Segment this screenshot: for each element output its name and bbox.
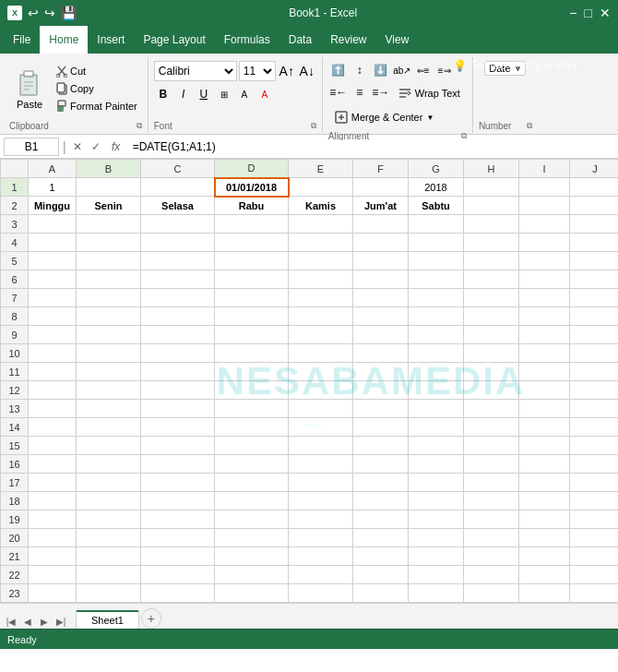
cell-B6[interactable] — [77, 270, 141, 289]
cell-I10[interactable] — [519, 344, 570, 363]
tab-nav-next[interactable]: ▶ — [37, 614, 52, 629]
cell-J22[interactable] — [570, 566, 619, 584]
cell-G16[interactable] — [409, 455, 464, 474]
cell-I23[interactable] — [519, 584, 570, 603]
align-bottom-btn[interactable]: ⬇️ — [371, 61, 391, 79]
cell-I4[interactable] — [519, 234, 570, 252]
cell-F5[interactable] — [353, 252, 409, 270]
cell-B9[interactable] — [77, 326, 141, 344]
cell-F6[interactable] — [353, 270, 409, 289]
cell-D8[interactable] — [215, 307, 289, 326]
formula-cancel-btn[interactable]: ✕ — [70, 140, 85, 153]
cell-J18[interactable] — [570, 492, 619, 510]
formula-input[interactable] — [129, 140, 614, 153]
cell-C2[interactable]: Selasa — [141, 197, 215, 215]
cell-D3[interactable] — [215, 215, 289, 234]
cell-C16[interactable] — [141, 455, 215, 474]
col-header-D[interactable]: D — [215, 160, 289, 178]
cell-I11[interactable] — [519, 363, 570, 381]
menu-file[interactable]: File — [4, 26, 40, 54]
cell-F18[interactable] — [353, 492, 409, 510]
menu-home[interactable]: Home — [40, 26, 88, 54]
cell-C11[interactable] — [141, 363, 215, 381]
cell-J15[interactable] — [570, 437, 619, 455]
cell-J20[interactable] — [570, 529, 619, 547]
col-header-F[interactable]: F — [353, 160, 409, 178]
cell-B7[interactable] — [77, 289, 141, 307]
cell-G8[interactable] — [409, 307, 464, 326]
row-header-19[interactable]: 19 — [1, 510, 29, 529]
cell-G9[interactable] — [409, 326, 464, 344]
cell-F10[interactable] — [353, 344, 409, 363]
align-middle-btn[interactable]: ↕ — [350, 61, 370, 79]
cell-ref-input[interactable] — [4, 138, 59, 156]
wrap-text-button[interactable]: Wrap Text — [392, 83, 467, 103]
cell-A11[interactable] — [29, 363, 77, 381]
cell-I12[interactable] — [519, 381, 570, 400]
cell-D20[interactable] — [215, 529, 289, 547]
cell-H1[interactable] — [464, 178, 519, 197]
cell-E17[interactable] — [289, 474, 353, 492]
cell-A20[interactable] — [29, 529, 77, 547]
cell-G13[interactable] — [409, 400, 464, 418]
align-top-btn[interactable]: ⬆️ — [328, 61, 349, 79]
cell-A14[interactable] — [29, 418, 77, 437]
cell-C6[interactable] — [141, 270, 215, 289]
cell-B2[interactable]: Senin — [77, 197, 141, 215]
row-header-5[interactable]: 5 — [1, 252, 29, 270]
cell-I7[interactable] — [519, 289, 570, 307]
cell-B5[interactable] — [77, 252, 141, 270]
menu-view[interactable]: View — [376, 26, 419, 54]
cell-A3[interactable] — [29, 215, 77, 234]
cell-C13[interactable] — [141, 400, 215, 418]
cell-A8[interactable] — [29, 307, 77, 326]
cell-J17[interactable] — [570, 474, 619, 492]
menu-formulas[interactable]: Formulas — [215, 26, 279, 54]
tell-me-input[interactable] — [470, 59, 609, 72]
cut-button[interactable]: Cut — [52, 63, 142, 79]
cell-E15[interactable] — [289, 437, 353, 455]
cell-G10[interactable] — [409, 344, 464, 363]
cell-I5[interactable] — [519, 252, 570, 270]
row-header-11[interactable]: 11 — [1, 363, 29, 381]
cell-G1[interactable]: 2018 — [409, 178, 464, 197]
cell-B20[interactable] — [77, 529, 141, 547]
cell-H13[interactable] — [464, 400, 519, 418]
row-header-15[interactable]: 15 — [1, 437, 29, 455]
cell-G17[interactable] — [409, 474, 464, 492]
clipboard-expand[interactable]: ⧉ — [137, 121, 142, 131]
cell-A1[interactable]: 1 — [29, 178, 77, 197]
cell-F19[interactable] — [353, 510, 409, 529]
col-header-I[interactable]: I — [519, 160, 570, 178]
row-header-20[interactable]: 20 — [1, 529, 29, 547]
text-angle-btn[interactable]: ab↗ — [392, 61, 412, 79]
decrease-font-btn[interactable]: A↓ — [298, 62, 316, 80]
row-header-12[interactable]: 12 — [1, 381, 29, 400]
cell-D9[interactable] — [215, 326, 289, 344]
cell-H5[interactable] — [464, 252, 519, 270]
cell-H2[interactable] — [464, 197, 519, 215]
cell-F15[interactable] — [353, 437, 409, 455]
cell-H14[interactable] — [464, 418, 519, 437]
cell-J12[interactable] — [570, 381, 619, 400]
tab-nav-first[interactable]: |◀ — [4, 614, 18, 629]
row-header-8[interactable]: 8 — [1, 307, 29, 326]
cell-I18[interactable] — [519, 492, 570, 510]
cell-D11[interactable] — [215, 363, 289, 381]
cell-D12[interactable] — [215, 381, 289, 400]
cell-C18[interactable] — [141, 492, 215, 510]
cell-A12[interactable] — [29, 381, 77, 400]
cell-B16[interactable] — [77, 455, 141, 474]
cell-F23[interactable] — [353, 584, 409, 603]
cell-A17[interactable] — [29, 474, 77, 492]
cell-D10[interactable] — [215, 344, 289, 363]
cell-A5[interactable] — [29, 252, 77, 270]
cell-A21[interactable] — [29, 547, 77, 566]
cell-C19[interactable] — [141, 510, 215, 529]
row-header-4[interactable]: 4 — [1, 234, 29, 252]
cell-I16[interactable] — [519, 455, 570, 474]
menu-page-layout[interactable]: Page Layout — [134, 26, 214, 54]
cell-A18[interactable] — [29, 492, 77, 510]
cell-E10[interactable] — [289, 344, 353, 363]
cell-D2[interactable]: Rabu — [215, 197, 289, 215]
